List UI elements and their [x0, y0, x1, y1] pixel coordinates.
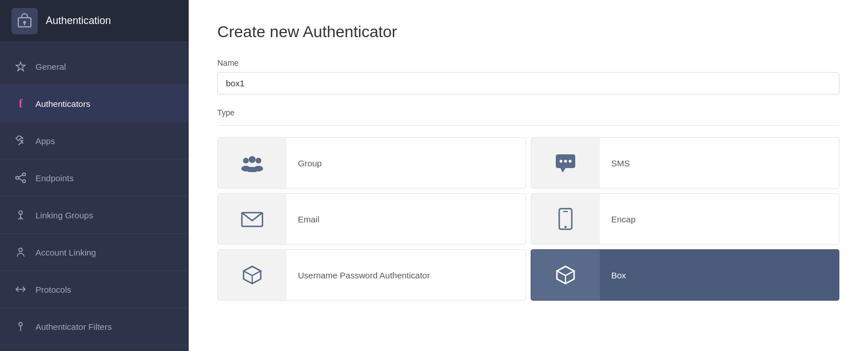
sidebar-item-protocols[interactable]: Protocols [0, 271, 189, 308]
protocols-icon [14, 284, 27, 295]
type-card-username-password[interactable]: Username Password Authenticator [217, 249, 526, 301]
filter-icon [14, 321, 27, 332]
sidebar-item-linking-groups[interactable]: Linking Groups [0, 197, 189, 234]
name-input[interactable] [217, 72, 839, 94]
type-grid: Group SMS Email [217, 137, 839, 301]
svg-line-7 [19, 175, 23, 177]
page-title: Create new Authenticator [217, 23, 839, 41]
svg-point-29 [564, 226, 567, 228]
svg-line-8 [19, 178, 23, 181]
sidebar-item-protocols-label: Protocols [35, 285, 71, 294]
type-card-email[interactable]: Email [217, 193, 526, 245]
type-card-group-label: Group [286, 158, 333, 168]
svg-point-4 [16, 177, 19, 180]
f-logo-icon: f [14, 97, 27, 110]
type-card-encap[interactable]: Encap [531, 193, 839, 245]
sidebar-title: Authentication [46, 15, 111, 27]
svg-point-16 [243, 158, 249, 163]
svg-point-17 [249, 156, 256, 163]
sidebar-item-general[interactable]: General [0, 48, 189, 85]
type-card-encap-label: Encap [600, 214, 647, 224]
svg-point-6 [23, 180, 26, 183]
sidebar-item-authenticator-filters[interactable]: Authenticator Filters [0, 308, 189, 345]
svg-point-21 [254, 166, 263, 171]
email-icon [218, 194, 286, 244]
sidebar: Authentication General f Authenticators [0, 0, 189, 351]
sidebar-item-apps[interactable]: Apps [0, 122, 189, 159]
svg-marker-3 [16, 62, 25, 71]
type-card-username-password-label: Username Password Authenticator [286, 270, 441, 280]
sidebar-item-account-linking[interactable]: Account Linking [0, 234, 189, 271]
endpoints-icon [14, 172, 27, 184]
sidebar-item-apps-label: Apps [35, 136, 55, 146]
svg-point-13 [19, 248, 22, 252]
sidebar-item-account-linking-label: Account Linking [35, 248, 96, 257]
type-card-sms[interactable]: SMS [531, 137, 839, 189]
type-card-email-label: Email [286, 214, 331, 224]
svg-point-5 [23, 173, 26, 176]
sidebar-item-linking-groups-label: Linking Groups [35, 210, 93, 220]
group-icon [218, 138, 286, 188]
sidebar-item-authenticator-filters-label: Authenticator Filters [35, 322, 112, 332]
type-divider [217, 125, 839, 126]
type-card-group[interactable]: Group [217, 137, 526, 189]
svg-point-1 [23, 21, 26, 23]
svg-point-23 [560, 160, 563, 163]
svg-point-18 [256, 158, 261, 163]
sidebar-nav: General f Authenticators Apps [0, 42, 189, 351]
sidebar-header: Authentication [0, 0, 189, 42]
sidebar-item-authenticators[interactable]: f Authenticators [0, 85, 189, 122]
svg-point-25 [569, 160, 572, 163]
apps-icon [14, 135, 27, 146]
svg-point-9 [19, 211, 22, 214]
box-selected-icon [531, 250, 600, 300]
type-card-box-label: Box [600, 270, 638, 280]
sidebar-item-general-label: General [35, 62, 66, 71]
linking-groups-icon [14, 209, 27, 221]
sidebar-item-endpoints[interactable]: Endpoints [0, 159, 189, 197]
authentication-icon [11, 8, 38, 34]
name-label: Name [217, 58, 839, 67]
svg-marker-26 [560, 168, 566, 173]
svg-point-24 [564, 160, 567, 163]
main-content: Create new Authenticator Name Type Group [189, 0, 868, 351]
sidebar-item-authenticators-label: Authenticators [35, 99, 90, 109]
mobile-icon [531, 194, 600, 244]
sms-icon [531, 138, 600, 188]
sidebar-item-endpoints-label: Endpoints [35, 173, 74, 183]
type-card-box[interactable]: Box [531, 249, 839, 301]
type-card-sms-label: SMS [600, 158, 642, 168]
account-linking-icon [14, 246, 27, 258]
svg-point-14 [19, 322, 22, 326]
type-label: Type [217, 108, 839, 117]
star-icon [14, 61, 27, 71]
username-password-icon [218, 250, 286, 300]
